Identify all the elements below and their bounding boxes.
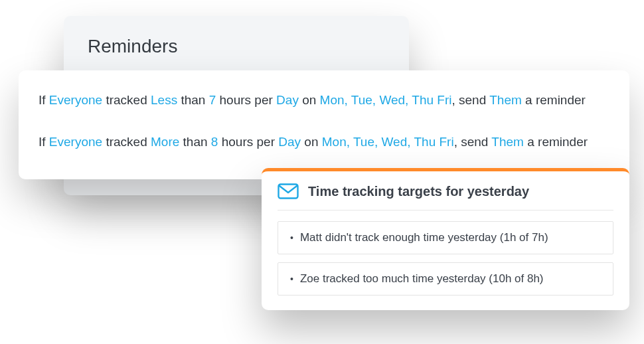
rule-hours-token[interactable]: 8 — [211, 135, 218, 149]
rule-text: a reminder — [525, 93, 586, 107]
bullet-icon: • — [290, 232, 293, 243]
rule-text: tracked — [106, 135, 147, 149]
target-item-text: Matt didn't track enough time yesterday … — [300, 231, 548, 244]
targets-title: Time tracking targets for yesterday — [308, 184, 529, 199]
targets-list: • Matt didn't track enough time yesterda… — [262, 221, 629, 296]
mail-icon — [278, 183, 299, 199]
list-item: • Matt didn't track enough time yesterda… — [278, 221, 613, 254]
rule-days-token[interactable]: Mon, Tue, Wed, Thu Fri — [320, 93, 452, 107]
rule-period-token[interactable]: Day — [278, 135, 301, 149]
page-title: Reminders — [88, 36, 385, 57]
rule-text: on — [304, 135, 318, 149]
rule-comparator-token[interactable]: Less — [151, 93, 177, 107]
rule-text: hours per — [222, 135, 275, 149]
rule-text: , send — [452, 93, 487, 107]
bullet-icon: • — [290, 274, 293, 284]
time-tracking-targets-panel: Time tracking targets for yesterday • Ma… — [262, 168, 629, 310]
rule-text: than — [181, 93, 205, 107]
rule-text: on — [302, 93, 316, 107]
rule-text: a reminder — [527, 135, 588, 149]
rule-text: , send — [454, 135, 489, 149]
rule-comparator-token[interactable]: More — [151, 135, 179, 149]
target-item-text: Zoe tracked too much time yesterday (10h… — [300, 272, 544, 286]
list-item: • Zoe tracked too much time yesterday (1… — [278, 262, 613, 296]
rule-period-token[interactable]: Day — [276, 93, 299, 107]
rule-text: If — [39, 135, 46, 149]
rule-days-token[interactable]: Mon, Tue, Wed, Thu Fri — [322, 135, 454, 149]
rule-who-token[interactable]: Everyone — [49, 93, 102, 107]
rule-who-token[interactable]: Everyone — [49, 135, 102, 149]
reminder-rules-panel: If Everyone tracked Less than 7 hours pe… — [19, 70, 629, 179]
rule-recipient-token[interactable]: Them — [489, 93, 522, 107]
targets-header: Time tracking targets for yesterday — [262, 171, 629, 210]
rule-text: than — [183, 135, 208, 149]
reminder-rule: If Everyone tracked Less than 7 hours pe… — [39, 93, 609, 108]
rule-text: If — [39, 93, 46, 107]
rule-text: tracked — [106, 93, 147, 107]
divider — [278, 210, 613, 211]
rule-hours-token[interactable]: 7 — [209, 93, 216, 107]
svg-rect-0 — [279, 185, 298, 199]
reminder-rule: If Everyone tracked More than 8 hours pe… — [39, 135, 609, 150]
rule-text: hours per — [220, 93, 273, 107]
rule-recipient-token[interactable]: Them — [491, 135, 524, 149]
